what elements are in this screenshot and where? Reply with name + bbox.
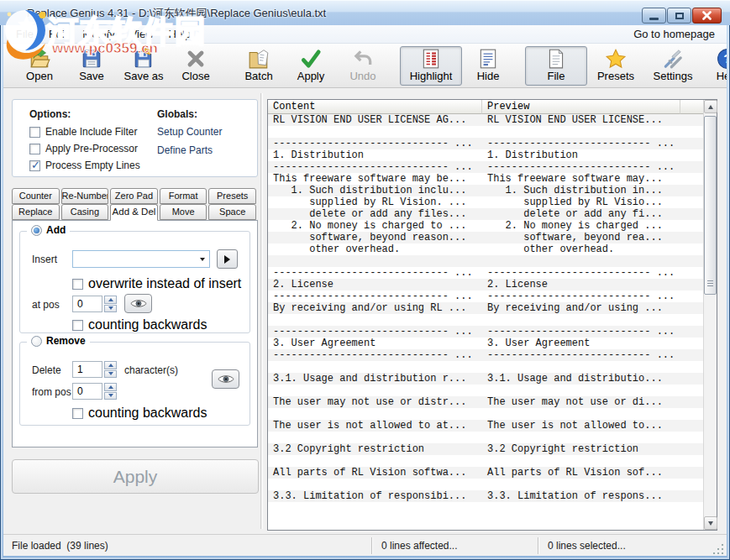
menu-item-view[interactable]: View xyxy=(123,26,161,42)
list-row[interactable]: ----------------------------- ... ------… xyxy=(268,161,703,173)
list-row[interactable]: ----------------------------- ... ------… xyxy=(268,349,703,361)
spin-up-button[interactable] xyxy=(104,383,117,391)
toolbar-button-file[interactable]: File xyxy=(525,46,587,86)
list-row[interactable]: The user may not use or distr... The use… xyxy=(268,396,703,408)
list-row[interactable]: software, beyond reason... software, bey… xyxy=(268,232,703,243)
add-radio[interactable] xyxy=(31,225,42,236)
spin-down-button[interactable] xyxy=(104,392,117,400)
toolbar-button-settings[interactable]: Settings xyxy=(644,46,701,86)
menu-item-help[interactable]: Help xyxy=(161,26,199,42)
list-row[interactable]: delete or add any files... delete or add… xyxy=(268,208,703,220)
menu-item-edit[interactable]: Edit xyxy=(41,26,75,42)
overwrite-checkbox[interactable]: overwrite instead of insert xyxy=(72,276,241,291)
scroll-down-button[interactable] xyxy=(704,516,717,530)
remove-radio[interactable] xyxy=(31,336,42,347)
list-row[interactable]: other overhead. other overhead. xyxy=(268,243,703,255)
list-row[interactable]: 3. User Agreement 3. User Agreement xyxy=(268,338,703,349)
toolbar-button-apply[interactable]: Apply xyxy=(285,46,337,86)
toolbar-button-undo[interactable]: Undo xyxy=(337,46,389,86)
at-pos-spinner[interactable] xyxy=(72,296,117,312)
tab-zero-pad[interactable]: Zero Pad xyxy=(110,188,158,204)
preview-column-header[interactable]: Preview xyxy=(482,100,680,114)
toolbar-button-save[interactable]: Save xyxy=(66,46,118,86)
tab-add-del[interactable]: Add & Del xyxy=(110,204,158,221)
tab-space[interactable]: Space xyxy=(208,204,256,220)
list-row[interactable]: This freeware software may be... This fr… xyxy=(268,173,703,185)
close-button[interactable] xyxy=(692,8,722,24)
list-row[interactable] xyxy=(268,314,703,326)
maximize-button[interactable] xyxy=(667,8,691,24)
combobox-dropdown-button[interactable] xyxy=(195,251,209,267)
list-row[interactable]: supplied by RL Vision. ... supplied by R… xyxy=(268,196,703,208)
globals-link-setup-counter[interactable]: Setup Counter xyxy=(157,126,222,138)
list-row[interactable]: The user is not allowed to at... The use… xyxy=(268,420,703,432)
menu-item-file[interactable]: File xyxy=(8,26,41,42)
remove-counting-backwards-checkbox[interactable]: counting backwards xyxy=(72,406,207,421)
delete-count-input[interactable] xyxy=(72,361,102,378)
list-row[interactable] xyxy=(268,126,703,138)
menu-item-modify[interactable]: Modify xyxy=(75,26,122,42)
minimize-button[interactable] xyxy=(642,8,666,24)
list-row[interactable]: 3.3. Limitation of responsibi... 3.3. Li… xyxy=(268,490,703,502)
list-row[interactable]: ----------------------------- ... ------… xyxy=(268,290,703,302)
vertical-scrollbar[interactable] xyxy=(703,100,717,530)
tab-presets[interactable]: Presets xyxy=(208,188,256,204)
toolbar-button-hide[interactable]: Hide xyxy=(462,46,514,86)
list-row[interactable]: 1. Such distribution inclu... 1. Such di… xyxy=(268,185,703,196)
spin-down-button[interactable] xyxy=(104,305,117,313)
from-pos-input[interactable] xyxy=(72,383,102,400)
list-row[interactable] xyxy=(268,408,703,420)
toolbar-button-batch[interactable]: Batch xyxy=(233,46,285,86)
delete-count-spinner[interactable] xyxy=(72,361,117,378)
insert-expand-button[interactable] xyxy=(217,249,238,269)
toolbar-button-close[interactable]: Close xyxy=(170,46,222,86)
list-row[interactable] xyxy=(268,479,703,490)
toolbar-button-save-as[interactable]: Save as xyxy=(118,46,170,86)
tab-counter[interactable]: Counter xyxy=(12,188,60,204)
list-row[interactable] xyxy=(268,385,703,396)
remove-preview-eye-button[interactable] xyxy=(212,369,239,389)
list-row[interactable] xyxy=(268,255,703,267)
list-row[interactable]: All parts of RL Vision softwa... All par… xyxy=(268,467,703,479)
from-pos-spinner[interactable] xyxy=(72,383,117,400)
list-row[interactable] xyxy=(268,455,703,467)
tab-re-number[interactable]: Re-Number xyxy=(61,188,109,204)
tab-move[interactable]: Move xyxy=(160,204,207,220)
apply-button[interactable]: Apply xyxy=(12,459,259,494)
list-row[interactable]: 2. No money is charged to ... 2. No mone… xyxy=(268,220,703,232)
scrollbar-thumb[interactable] xyxy=(704,116,717,295)
spin-up-button[interactable] xyxy=(104,361,117,369)
tab-format[interactable]: Format xyxy=(160,188,207,204)
list-row[interactable]: ----------------------------- ... ------… xyxy=(268,267,703,279)
list-row[interactable] xyxy=(268,361,703,373)
list-row[interactable] xyxy=(268,502,703,514)
tab-casing[interactable]: Casing xyxy=(61,204,109,220)
list-row[interactable]: 1. Distribution 1. Distribution xyxy=(268,149,703,161)
toolbar-button-highlight[interactable]: Highlight xyxy=(400,46,462,86)
option-checkbox-apply-pre-processor[interactable]: Apply Pre-Processor xyxy=(29,143,157,154)
content-column-header[interactable]: Content xyxy=(268,100,482,114)
globals-link-define-parts[interactable]: Define Parts xyxy=(157,144,222,156)
toolbar-button-open[interactable]: Open xyxy=(13,46,66,86)
lines-list[interactable]: RL VISION END USER LICENSE AG... RL VISI… xyxy=(268,114,703,530)
resize-grip[interactable] xyxy=(713,542,725,554)
list-row[interactable]: By receiving and/or using RL ... By rece… xyxy=(268,302,703,314)
insert-input[interactable] xyxy=(73,251,195,267)
add-counting-backwards-checkbox[interactable]: counting backwards xyxy=(72,317,207,332)
spin-up-button[interactable] xyxy=(104,296,117,304)
list-row[interactable]: 2. License 2. License xyxy=(268,279,703,290)
list-row[interactable]: ----------------------------- ... ------… xyxy=(268,138,703,149)
list-row[interactable]: RL VISION END USER LICENSE AG... RL VISI… xyxy=(268,114,703,126)
add-preview-eye-button[interactable] xyxy=(124,294,152,313)
option-checkbox-enable-include-filter[interactable]: Enable Include Filter xyxy=(29,126,157,138)
list-row[interactable]: 3.2 Copyright restriction 3.2 Copyright … xyxy=(268,443,703,455)
list-row[interactable]: 3.1. Usage and distribution r... 3.1. Us… xyxy=(268,373,703,385)
list-row[interactable]: ----------------------------- ... ------… xyxy=(268,326,703,338)
title-bar[interactable]: Replace Genius 4.31 - D:\河东软件园\Replace G… xyxy=(0,0,730,25)
insert-combobox[interactable] xyxy=(72,250,210,268)
scroll-up-button[interactable] xyxy=(704,100,717,113)
toolbar-button-presets[interactable]: Presets xyxy=(587,46,644,86)
panel-splitter[interactable] xyxy=(260,93,263,529)
list-row[interactable] xyxy=(268,432,703,443)
at-pos-input[interactable] xyxy=(72,296,102,312)
